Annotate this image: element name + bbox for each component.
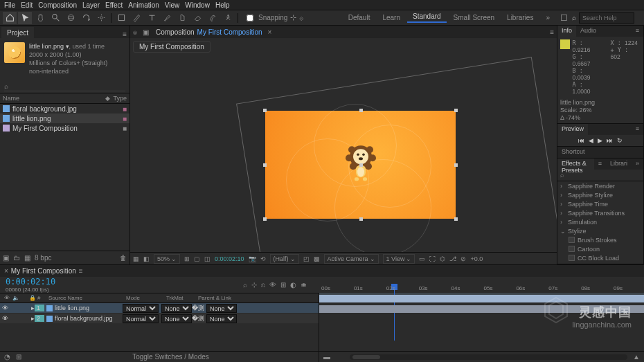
- transparency-icon[interactable]: ▩: [314, 255, 320, 262]
- panel-menu-icon[interactable]: ≡: [79, 267, 83, 275]
- reset-exposure-icon[interactable]: ⊘: [460, 255, 466, 262]
- menu-animation[interactable]: Animation: [128, 1, 159, 9]
- preview-tab[interactable]: Preview: [557, 124, 588, 135]
- audio-col-icon[interactable]: 🔈: [12, 295, 19, 301]
- type-tool[interactable]: [145, 12, 159, 24]
- workspace-standard[interactable]: Standard: [407, 12, 447, 23]
- close-tab-icon[interactable]: ×: [268, 28, 272, 36]
- zoom-tool[interactable]: [48, 12, 62, 24]
- libraries-tab[interactable]: Librari: [606, 159, 632, 170]
- source-name-col[interactable]: Source Name: [48, 295, 125, 301]
- col-name[interactable]: Name: [3, 95, 19, 102]
- snap-opt-1[interactable]: ⊹: [290, 13, 296, 22]
- mode-col[interactable]: Mode: [126, 295, 165, 301]
- snapshot-icon[interactable]: 📷: [249, 255, 256, 262]
- effect-item[interactable]: Cartoon: [557, 244, 643, 253]
- timeline-comp-tab[interactable]: My First Composition: [11, 267, 76, 275]
- parent-col[interactable]: Parent & Link: [198, 295, 316, 301]
- timeline-icon[interactable]: ⌬: [440, 255, 445, 262]
- panel-menu-icon[interactable]: ≡: [550, 28, 554, 36]
- pen-tool[interactable]: [129, 12, 143, 24]
- effects-group[interactable]: Sapphire Transitions: [557, 208, 643, 217]
- shortcut-tab[interactable]: Shortcut: [557, 147, 589, 158]
- last-frame-button[interactable]: ↻: [617, 137, 623, 144]
- col-tag-icon[interactable]: ◆: [105, 95, 110, 102]
- lock-col-icon[interactable]: 🔒: [29, 295, 36, 301]
- orbit-tool[interactable]: [64, 12, 78, 24]
- trash-icon[interactable]: 🗑: [120, 254, 127, 262]
- snapping-checkbox[interactable]: [247, 15, 253, 21]
- project-search-input[interactable]: ⌕: [4, 82, 8, 90]
- roto-tool[interactable]: [206, 12, 220, 24]
- trkmat-select[interactable]: None: [161, 304, 192, 313]
- video-col-icon[interactable]: 👁: [3, 295, 11, 301]
- panel-menu-icon[interactable]: ≡: [120, 30, 129, 38]
- selection-tool[interactable]: [18, 12, 32, 24]
- current-time[interactable]: 0:00:02:10: [0, 277, 61, 287]
- guide-icon[interactable]: ◫: [204, 255, 211, 262]
- sync-icon[interactable]: [557, 12, 571, 24]
- viewer-canvas[interactable]: [130, 55, 557, 252]
- menu-file[interactable]: File: [4, 1, 15, 9]
- effect-item[interactable]: CC Block Load: [557, 253, 643, 262]
- audio-tab[interactable]: Audio: [576, 26, 600, 37]
- layer-2-bar[interactable]: [319, 305, 644, 313]
- effects-presets-tab[interactable]: Effects & Presets: [557, 159, 594, 170]
- zoom-in-icon[interactable]: ▲: [633, 353, 640, 361]
- layer-1-bar[interactable]: [319, 295, 644, 302]
- first-frame-button[interactable]: ⏮: [578, 137, 584, 144]
- effects-group[interactable]: Stylize: [557, 226, 643, 235]
- flowchart-icon[interactable]: ⎇: [449, 255, 456, 262]
- brush-tool[interactable]: [160, 12, 174, 24]
- hand-tool[interactable]: [33, 12, 47, 24]
- pixel-aspect-icon[interactable]: ▭: [419, 255, 425, 262]
- project-tab[interactable]: Project: [1, 27, 34, 38]
- draft3d-icon[interactable]: ⎌: [261, 281, 265, 289]
- toggle-switches-modes[interactable]: Toggle Switches / Modes: [132, 353, 209, 361]
- clone-tool[interactable]: [175, 12, 189, 24]
- effects-group[interactable]: Simulation: [557, 217, 643, 226]
- zoom-out-icon[interactable]: ▬: [323, 353, 330, 361]
- visibility-toggle[interactable]: 👁: [0, 315, 8, 322]
- effects-search-input[interactable]: ⌕: [560, 172, 564, 179]
- new-comp-icon[interactable]: ▦: [24, 254, 30, 262]
- rotation-tool[interactable]: [79, 12, 93, 24]
- frame-blend-icon[interactable]: ⊞: [280, 281, 286, 289]
- menu-edit[interactable]: Edit: [21, 1, 33, 9]
- trkmat-select[interactable]: None: [161, 314, 192, 323]
- panel-menu-icon[interactable]: ≡: [632, 26, 643, 37]
- workspace-more-icon[interactable]: »: [540, 14, 555, 21]
- new-folder-icon[interactable]: 🗀: [13, 254, 20, 262]
- menu-window[interactable]: Window: [185, 1, 210, 9]
- toggle-switch-icon[interactable]: ⊞: [16, 353, 21, 361]
- viewer-comp-name[interactable]: My First Composition: [197, 28, 262, 36]
- alpha-icon[interactable]: ▦: [133, 255, 139, 262]
- col-type[interactable]: Type: [113, 95, 127, 102]
- info-tab[interactable]: Info: [557, 26, 576, 37]
- time-readout[interactable]: 0:00:02:10: [215, 255, 244, 262]
- flowchart-tab[interactable]: My First Composition: [133, 41, 211, 53]
- views-dropdown[interactable]: 1 View ⌄: [383, 254, 415, 264]
- snap-opt-2[interactable]: ⟐: [299, 14, 304, 22]
- timeline-zoom-slider[interactable]: [350, 354, 627, 360]
- search-layer-icon[interactable]: ⌕: [243, 281, 247, 289]
- interpret-icon[interactable]: ▣: [3, 254, 9, 262]
- shy-icon[interactable]: 👁: [269, 281, 276, 289]
- camera-dropdown[interactable]: Active Camera ⌄: [324, 254, 379, 264]
- parent-select[interactable]: None: [206, 314, 237, 323]
- project-row[interactable]: floral background.jpg■: [0, 104, 129, 114]
- puppet-tool[interactable]: [221, 12, 235, 24]
- next-frame-button[interactable]: ⏭: [607, 137, 613, 144]
- effects-group[interactable]: Sapphire Stylize: [557, 190, 643, 199]
- menu-help[interactable]: Help: [215, 1, 230, 9]
- workspace-small[interactable]: Small Screen: [448, 14, 500, 21]
- timeline-layer-row[interactable]: 👁▸1 little lion.pngNormalNone�测 None: [0, 303, 319, 314]
- zoom-dropdown[interactable]: 50% ⌄: [154, 254, 180, 264]
- search-help-input[interactable]: [579, 12, 634, 24]
- effect-item[interactable]: CC Burn Film: [557, 262, 643, 264]
- visibility-toggle[interactable]: 👁: [0, 305, 8, 311]
- workspace-learn[interactable]: Learn: [377, 14, 406, 21]
- grid-icon[interactable]: ▢: [194, 255, 200, 262]
- trkmat-col[interactable]: TrkMat: [166, 295, 197, 301]
- graph-editor-icon[interactable]: ⩩: [301, 281, 307, 289]
